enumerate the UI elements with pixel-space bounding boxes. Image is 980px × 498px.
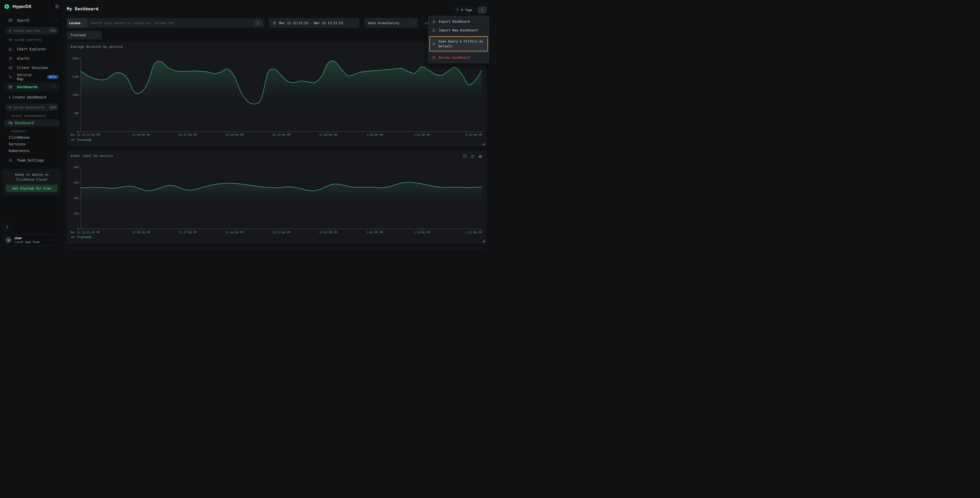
beta-badge: BETA — [47, 75, 58, 79]
laptop-icon — [8, 65, 13, 70]
svg-text:450: 450 — [74, 181, 79, 184]
svg-text:1:05:00 PM: 1:05:00 PM — [367, 133, 383, 136]
chevron-down-icon — [6, 130, 9, 133]
svg-text:12:30:00 PM: 12:30:00 PM — [132, 133, 150, 136]
sidebar-item-client-sessions[interactable]: Client Sessions — [0, 63, 64, 72]
chart-title: Average duration by service — [70, 45, 483, 49]
menu-item-export-dashboard[interactable]: Export Dashboard — [428, 17, 489, 26]
chart-panel-avg-duration: Average duration by service 070K140K210K… — [67, 42, 487, 147]
chart-explorer-icon — [8, 47, 13, 51]
clickhouse-cloud-promo: Ready to deploy on ClickHouse Cloud? Get… — [3, 169, 61, 195]
tags-button[interactable]: 0 Tags — [453, 7, 475, 13]
brand-name: HyperDX — [13, 4, 31, 9]
line-chart-avg-duration[interactable]: 070K140K210K280KMar 12 12:21:00 PM12:30:… — [70, 51, 482, 137]
query-language-value: Lucene — [69, 21, 81, 25]
resize-grip[interactable] — [482, 240, 485, 242]
saved-dashboards-input[interactable] — [14, 105, 47, 109]
search-icon — [8, 29, 11, 32]
help-button[interactable]: ? — [3, 223, 11, 232]
sidebar-item-clickhouse[interactable]: ClickHouse — [0, 134, 64, 141]
section-label: PRESETS — [11, 130, 27, 133]
svg-text:1:12:00 PM: 1:12:00 PM — [414, 133, 430, 136]
chart-legend: frontend — [70, 235, 483, 239]
next-panel-edge — [67, 247, 487, 249]
section-label: SAVED DASHBOARDS — [11, 115, 47, 118]
sidebar-item-dashboards[interactable]: Dashboards — [4, 83, 60, 91]
svg-text:140K: 140K — [72, 93, 79, 96]
dashboard-context-menu: Export Dashboard Import New Dashboard Sa… — [428, 16, 489, 63]
menu-item-label: Export Dashboard — [439, 19, 470, 23]
saved-searches-input[interactable] — [14, 29, 47, 33]
svg-text:0: 0 — [77, 227, 79, 230]
menu-item-delete-dashboard[interactable]: Delete Dashboard — [428, 53, 489, 62]
shortcut-badge: ⌘K — [49, 105, 57, 110]
close-icon[interactable] — [96, 34, 99, 37]
gear-icon — [8, 158, 13, 162]
section-presets[interactable]: PRESETS — [0, 129, 64, 134]
menu-item-label: Save Query & Filters as Default — [439, 39, 485, 49]
sidebar-collapse-icon[interactable] — [55, 4, 59, 9]
menu-item-import-dashboard[interactable]: Import New Dashboard — [428, 26, 489, 35]
time-range-picker[interactable]: Mar 12 12:21:53 - Mar 12 13:21:53 — [269, 18, 360, 28]
svg-text:Mar 12 12:21:00 PM: Mar 12 12:21:00 PM — [70, 231, 100, 234]
service-map-icon — [8, 75, 13, 79]
granularity-select[interactable]: Auto Granularity — [364, 18, 418, 28]
sidebar-item-alerts[interactable]: Alerts — [0, 54, 64, 63]
bar-chart-icon[interactable] — [478, 154, 482, 158]
user-team: Local App Team — [15, 240, 40, 244]
sidebar-item-search[interactable]: Search — [0, 16, 64, 25]
sidebar-item-team-settings[interactable]: Team Settings — [0, 156, 64, 165]
legend-swatch — [71, 237, 75, 238]
chart-panel-event-count: Event count by service 0150300450600Mar … — [67, 151, 487, 244]
sidebar-item-services[interactable]: Services — [0, 141, 64, 147]
legend-label: frontend — [77, 235, 91, 239]
svg-text:280K: 280K — [72, 57, 79, 60]
chevron-down-icon — [82, 22, 85, 24]
line-chart-event-count[interactable]: 0150300450600Mar 12 12:21:00 PM12:30:00 … — [70, 160, 482, 235]
slash-shortcut-badge: / — [254, 20, 262, 26]
calendar-icon — [272, 21, 276, 25]
filter-chip-label: frontend — [70, 33, 86, 37]
promo-text: Ready to deploy on ClickHouse Cloud? — [6, 172, 57, 182]
get-started-button[interactable]: Get Started for Free — [6, 185, 57, 192]
svg-text:12:51:00 PM: 12:51:00 PM — [272, 133, 290, 136]
sidebar: HyperDX Search ⌘K No saved searches Char… — [0, 0, 64, 249]
sidebar-item-label: Client Sessions — [17, 65, 48, 70]
svg-text:12:37:00 PM: 12:37:00 PM — [179, 231, 197, 234]
sidebar-item-my-dashboard[interactable]: My Dashboard — [4, 119, 59, 126]
svg-text:12:51:00 PM: 12:51:00 PM — [272, 231, 290, 234]
question-icon: ? — [6, 225, 8, 230]
main-content: My Dashboard 0 Tags Lucene / Mar 12 12:2… — [64, 0, 490, 249]
svg-text:70K: 70K — [74, 112, 79, 115]
sidebar-item-service-map[interactable]: Service Map BETA — [0, 72, 64, 81]
sidebar-item-label: Service Map — [17, 73, 40, 81]
table-icon — [8, 18, 13, 22]
section-saved-dashboards[interactable]: SAVED DASHBOARDS — [0, 113, 64, 118]
resize-grip[interactable] — [482, 143, 485, 145]
user-menu[interactable]: U User Local App Team — [2, 234, 61, 246]
svg-text:300: 300 — [74, 196, 79, 200]
brand-row: HyperDX — [0, 0, 64, 11]
download-icon — [432, 19, 436, 23]
page-title: My Dashboard — [67, 6, 99, 11]
menu-item-save-query-default[interactable]: Save Query & Filters as Default — [430, 36, 488, 51]
legend-label: frontend — [77, 138, 91, 142]
avatar: U — [5, 237, 12, 244]
line-chart-icon[interactable] — [471, 154, 474, 158]
menu-divider — [428, 52, 489, 53]
tag-icon — [456, 8, 460, 12]
sidebar-item-kubernetes[interactable]: Kubernetes — [0, 147, 64, 154]
svg-text:Mar 12 12:21:00 PM: Mar 12 12:21:00 PM — [70, 133, 100, 136]
dashboard-menu-button[interactable] — [478, 6, 487, 14]
create-dashboard-button[interactable]: + Create Dashboard — [0, 93, 64, 102]
sidebar-item-label: Chart Explorer — [17, 47, 46, 51]
search-input[interactable] — [87, 18, 254, 28]
filter-chip-frontend[interactable]: frontend — [67, 31, 102, 39]
sidebar-item-label: Search — [17, 18, 30, 22]
query-language-select[interactable]: Lucene — [67, 18, 87, 28]
sidebar-item-chart-explorer[interactable]: Chart Explorer — [0, 45, 64, 54]
svg-text:12:44:00 PM: 12:44:00 PM — [226, 231, 243, 234]
time-window-icon[interactable] — [463, 154, 467, 158]
svg-text:600: 600 — [74, 166, 79, 169]
no-saved-searches-note: No saved searches — [0, 38, 64, 42]
